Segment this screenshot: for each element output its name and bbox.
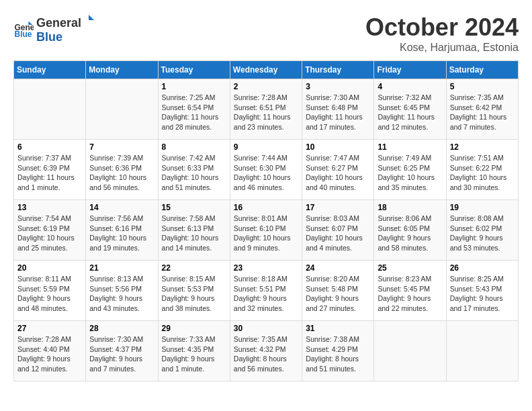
calendar-cell: 26Sunrise: 8:25 AMSunset: 5:43 PMDayligh… xyxy=(446,261,518,321)
calendar-cell: 12Sunrise: 7:51 AMSunset: 6:22 PMDayligh… xyxy=(446,140,518,200)
day-number: 20 xyxy=(17,263,82,273)
day-info: Sunrise: 8:11 AMSunset: 5:59 PMDaylight:… xyxy=(17,274,82,314)
main-title: October 2024 xyxy=(365,13,519,42)
calendar-cell: 16Sunrise: 8:01 AMSunset: 6:10 PMDayligh… xyxy=(230,200,302,261)
calendar-cell: 28Sunrise: 7:30 AMSunset: 4:37 PMDayligh… xyxy=(86,321,158,381)
day-number: 11 xyxy=(378,142,442,152)
day-info: Sunrise: 7:28 AMSunset: 6:51 PMDaylight:… xyxy=(234,93,298,132)
day-number: 15 xyxy=(162,203,226,212)
logo-icon: General Blue xyxy=(13,19,34,39)
day-info: Sunrise: 7:30 AMSunset: 6:48 PMDaylight:… xyxy=(306,93,370,132)
day-number: 16 xyxy=(234,203,298,212)
day-number: 9 xyxy=(234,142,298,152)
day-number: 13 xyxy=(17,203,82,212)
day-number: 5 xyxy=(450,82,515,91)
day-number: 31 xyxy=(306,324,370,333)
day-info: Sunrise: 8:18 AMSunset: 5:51 PMDaylight:… xyxy=(234,274,298,314)
day-info: Sunrise: 8:23 AMSunset: 5:45 PMDaylight:… xyxy=(378,274,442,314)
day-info: Sunrise: 7:58 AMSunset: 6:13 PMDaylight:… xyxy=(162,214,226,253)
calendar-cell: 24Sunrise: 8:20 AMSunset: 5:48 PMDayligh… xyxy=(302,261,374,321)
calendar-cell: 13Sunrise: 7:54 AMSunset: 6:19 PMDayligh… xyxy=(14,200,86,261)
calendar-cell: 1Sunrise: 7:25 AMSunset: 6:54 PMDaylight… xyxy=(158,79,230,140)
day-info: Sunrise: 7:42 AMSunset: 6:33 PMDaylight:… xyxy=(162,153,226,193)
header-wednesday: Wednesday xyxy=(230,61,302,79)
calendar-table: SundayMondayTuesdayWednesdayThursdayFrid… xyxy=(13,60,519,381)
header-tuesday: Tuesday xyxy=(158,61,230,79)
header-friday: Friday xyxy=(374,61,446,79)
day-info: Sunrise: 7:51 AMSunset: 6:22 PMDaylight:… xyxy=(450,153,515,193)
day-number: 7 xyxy=(89,142,154,152)
day-number: 24 xyxy=(306,263,370,273)
day-info: Sunrise: 7:32 AMSunset: 6:45 PMDaylight:… xyxy=(378,93,442,132)
calendar-cell xyxy=(374,321,446,381)
calendar-cell: 14Sunrise: 7:56 AMSunset: 6:16 PMDayligh… xyxy=(86,200,158,261)
calendar-cell: 7Sunrise: 7:39 AMSunset: 6:36 PMDaylight… xyxy=(86,140,158,200)
day-number: 6 xyxy=(17,142,82,152)
day-number: 25 xyxy=(378,263,442,273)
week-row: 13Sunrise: 7:54 AMSunset: 6:19 PMDayligh… xyxy=(14,200,519,261)
calendar-cell: 15Sunrise: 7:58 AMSunset: 6:13 PMDayligh… xyxy=(158,200,230,261)
day-number: 12 xyxy=(450,142,515,152)
day-info: Sunrise: 7:37 AMSunset: 6:39 PMDaylight:… xyxy=(17,153,82,193)
calendar-cell: 17Sunrise: 8:03 AMSunset: 6:07 PMDayligh… xyxy=(302,200,374,261)
day-info: Sunrise: 7:38 AMSunset: 4:29 PMDaylight:… xyxy=(306,334,370,374)
day-info: Sunrise: 8:08 AMSunset: 6:02 PMDaylight:… xyxy=(450,214,515,253)
day-info: Sunrise: 7:35 AMSunset: 4:32 PMDaylight:… xyxy=(234,334,298,374)
calendar-cell: 8Sunrise: 7:42 AMSunset: 6:33 PMDaylight… xyxy=(158,140,230,200)
day-info: Sunrise: 7:35 AMSunset: 6:42 PMDaylight:… xyxy=(450,93,515,132)
day-number: 1 xyxy=(162,82,226,91)
calendar-cell: 27Sunrise: 7:28 AMSunset: 4:40 PMDayligh… xyxy=(14,321,86,381)
calendar-cell: 11Sunrise: 7:49 AMSunset: 6:25 PMDayligh… xyxy=(374,140,446,200)
week-row: 1Sunrise: 7:25 AMSunset: 6:54 PMDaylight… xyxy=(14,79,519,140)
header: General Blue General Blue October 2024 K… xyxy=(13,13,519,54)
day-number: 18 xyxy=(378,203,442,212)
day-number: 19 xyxy=(450,203,515,212)
day-info: Sunrise: 8:01 AMSunset: 6:10 PMDaylight:… xyxy=(234,214,298,253)
calendar-cell: 18Sunrise: 8:06 AMSunset: 6:05 PMDayligh… xyxy=(374,200,446,261)
calendar-body: 1Sunrise: 7:25 AMSunset: 6:54 PMDaylight… xyxy=(14,79,519,381)
header-thursday: Thursday xyxy=(302,61,374,79)
day-number: 26 xyxy=(450,263,515,273)
day-number: 4 xyxy=(378,82,442,91)
day-number: 28 xyxy=(89,324,154,333)
header-row: SundayMondayTuesdayWednesdayThursdayFrid… xyxy=(14,61,519,79)
calendar-cell: 29Sunrise: 7:33 AMSunset: 4:35 PMDayligh… xyxy=(158,321,230,381)
calendar-cell: 6Sunrise: 7:37 AMSunset: 6:39 PMDaylight… xyxy=(14,140,86,200)
calendar-cell xyxy=(446,321,518,381)
calendar-cell: 21Sunrise: 8:13 AMSunset: 5:56 PMDayligh… xyxy=(86,261,158,321)
week-row: 27Sunrise: 7:28 AMSunset: 4:40 PMDayligh… xyxy=(14,321,519,381)
logo-general-text: General xyxy=(36,16,81,30)
calendar-cell: 23Sunrise: 8:18 AMSunset: 5:51 PMDayligh… xyxy=(230,261,302,321)
calendar-cell: 2Sunrise: 7:28 AMSunset: 6:51 PMDaylight… xyxy=(230,79,302,140)
logo-blue-text: Blue xyxy=(36,30,62,44)
svg-marker-2 xyxy=(89,15,94,20)
day-number: 8 xyxy=(162,142,226,152)
calendar-cell: 5Sunrise: 7:35 AMSunset: 6:42 PMDaylight… xyxy=(446,79,518,140)
day-info: Sunrise: 8:25 AMSunset: 5:43 PMDaylight:… xyxy=(450,274,515,314)
title-area: October 2024 Kose, Harjumaa, Estonia xyxy=(365,13,519,54)
day-info: Sunrise: 7:39 AMSunset: 6:36 PMDaylight:… xyxy=(89,153,154,193)
day-info: Sunrise: 7:25 AMSunset: 6:54 PMDaylight:… xyxy=(162,93,226,132)
day-info: Sunrise: 8:15 AMSunset: 5:53 PMDaylight:… xyxy=(162,274,226,314)
logo: General Blue General Blue xyxy=(13,13,96,44)
logo-arrow-icon xyxy=(82,13,95,27)
calendar-cell xyxy=(86,79,158,140)
day-number: 10 xyxy=(306,142,370,152)
day-info: Sunrise: 7:56 AMSunset: 6:16 PMDaylight:… xyxy=(89,214,154,253)
day-number: 27 xyxy=(17,324,82,333)
subtitle: Kose, Harjumaa, Estonia xyxy=(365,42,519,54)
day-info: Sunrise: 7:54 AMSunset: 6:19 PMDaylight:… xyxy=(17,214,82,253)
calendar-cell: 19Sunrise: 8:08 AMSunset: 6:02 PMDayligh… xyxy=(446,200,518,261)
day-info: Sunrise: 7:28 AMSunset: 4:40 PMDaylight:… xyxy=(17,334,82,374)
calendar-cell: 20Sunrise: 8:11 AMSunset: 5:59 PMDayligh… xyxy=(14,261,86,321)
day-number: 22 xyxy=(162,263,226,273)
day-info: Sunrise: 7:44 AMSunset: 6:30 PMDaylight:… xyxy=(234,153,298,193)
calendar-cell: 30Sunrise: 7:35 AMSunset: 4:32 PMDayligh… xyxy=(230,321,302,381)
day-info: Sunrise: 7:30 AMSunset: 4:37 PMDaylight:… xyxy=(89,334,154,374)
day-info: Sunrise: 8:06 AMSunset: 6:05 PMDaylight:… xyxy=(378,214,442,253)
header-monday: Monday xyxy=(86,61,158,79)
day-number: 23 xyxy=(234,263,298,273)
day-info: Sunrise: 8:20 AMSunset: 5:48 PMDaylight:… xyxy=(306,274,370,314)
calendar-cell: 4Sunrise: 7:32 AMSunset: 6:45 PMDaylight… xyxy=(374,79,446,140)
calendar-cell: 22Sunrise: 8:15 AMSunset: 5:53 PMDayligh… xyxy=(158,261,230,321)
